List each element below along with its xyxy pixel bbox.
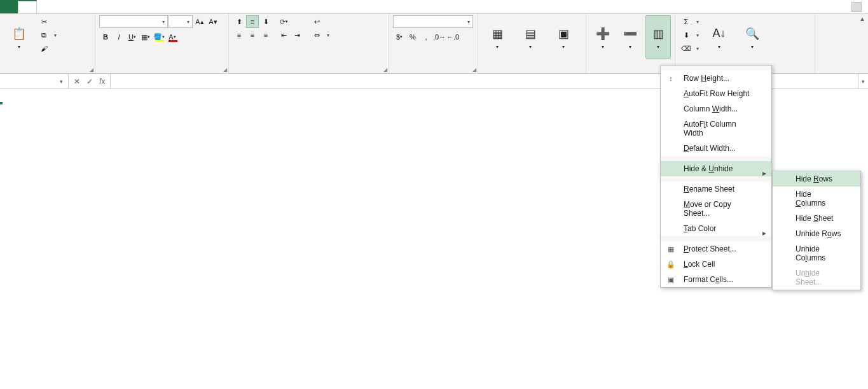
menu-section-visibility <box>661 156 771 161</box>
align-left-icon[interactable]: ≡ <box>233 29 245 41</box>
tab-page-layout[interactable] <box>55 0 72 13</box>
font-size-combo[interactable] <box>169 15 193 28</box>
cut-button[interactable]: ✂ <box>37 15 59 28</box>
wrap-text-icon: ↩ <box>312 17 321 26</box>
menu-section-cell-size <box>661 66 771 71</box>
merge-center-button[interactable]: ⇔ <box>310 29 332 41</box>
tab-bar <box>0 0 868 14</box>
decrease-font-icon[interactable]: A▾ <box>207 15 219 28</box>
borders-button[interactable]: ▦▾ <box>139 31 152 43</box>
accounting-format-icon[interactable]: $▾ <box>393 31 406 43</box>
menu-autofit-column-width[interactable]: AutoFit Column Width <box>661 117 771 141</box>
delete-cells-icon: ➖ <box>621 25 639 43</box>
underline-button[interactable]: U▾ <box>126 31 139 43</box>
tab-formulas[interactable] <box>72 0 90 13</box>
clear-button[interactable]: ⌫ <box>679 42 701 55</box>
increase-decimal-icon[interactable]: .0→ <box>433 31 446 43</box>
autosum-button[interactable]: Σ <box>679 15 701 28</box>
menu-row-height[interactable]: ↕Row Height... <box>661 71 771 86</box>
fill-button[interactable]: ⬇ <box>679 29 701 41</box>
cancel-formula-icon[interactable]: ✕ <box>74 77 80 86</box>
orientation-icon[interactable]: ⟳▾ <box>277 15 290 28</box>
submenu-hide-columns[interactable]: Hide Columns <box>773 187 860 211</box>
bold-button[interactable]: B <box>99 31 112 43</box>
cell-styles-icon: ▣ <box>555 25 572 43</box>
wrap-text-button[interactable]: ↩ <box>310 15 332 28</box>
submenu-unhide-rows[interactable]: Unhide Rows <box>773 226 860 241</box>
sort-filter-button[interactable]: A↓▾ <box>704 15 734 59</box>
menu-format-cells[interactable]: ▣Format Cells... <box>661 272 771 287</box>
find-select-button[interactable]: 🔍▾ <box>737 15 768 59</box>
format-as-table-icon: ▤ <box>521 25 539 43</box>
fill-icon: ⬇ <box>682 31 691 39</box>
align-center-icon[interactable]: ≡ <box>246 29 259 41</box>
tab-insert[interactable] <box>37 0 55 13</box>
menu-move-copy-sheet[interactable]: Move or Copy Sheet... <box>661 197 771 221</box>
number-launcher-icon[interactable]: ◢ <box>472 67 476 73</box>
menu-tab-color[interactable]: Tab Color <box>661 221 771 236</box>
format-cells-button[interactable]: ▥▾ <box>645 15 671 59</box>
group-cells-label <box>590 72 671 73</box>
paste-button[interactable]: 📋 ▾ <box>4 15 34 59</box>
comma-format-icon[interactable]: , <box>420 31 432 43</box>
sign-in[interactable] <box>841 0 868 13</box>
hide-unhide-submenu: Hide Rows Hide Columns Hide Sheet Unhide… <box>772 171 861 290</box>
menu-column-width[interactable]: Column Width... <box>661 101 771 117</box>
clipboard-launcher-icon[interactable]: ◢ <box>90 67 93 73</box>
ribbon-collapse-icon[interactable]: ▲ <box>859 15 865 22</box>
format-painter-icon: 🖌 <box>39 44 48 53</box>
name-box-input[interactable] <box>0 77 56 86</box>
align-top-icon[interactable]: ⬆ <box>233 15 245 28</box>
font-color-button[interactable]: A▾ <box>166 31 179 43</box>
conditional-formatting-button[interactable]: ▦▾ <box>482 15 513 59</box>
paste-icon: 📋 <box>10 25 28 43</box>
menu-lock-cell[interactable]: 🔒Lock Cell <box>661 257 771 272</box>
formula-bar-expand-icon[interactable]: ▾ <box>858 74 868 88</box>
align-right-icon[interactable]: ≡ <box>259 29 272 41</box>
protect-sheet-icon: ▦ <box>666 244 676 254</box>
tab-file[interactable] <box>0 0 18 13</box>
submenu-hide-rows[interactable]: Hide Rows <box>773 171 860 187</box>
align-bottom-icon[interactable]: ⬇ <box>259 15 272 28</box>
merge-icon: ⇔ <box>312 31 321 39</box>
group-alignment-label <box>233 72 385 73</box>
menu-protect-sheet[interactable]: ▦Protect Sheet... <box>661 241 771 257</box>
submenu-hide-sheet[interactable]: Hide Sheet <box>773 211 860 226</box>
tab-data[interactable] <box>90 0 108 13</box>
alignment-launcher-icon[interactable]: ◢ <box>383 67 387 73</box>
decrease-indent-icon[interactable]: ⇤ <box>277 29 290 41</box>
increase-font-icon[interactable]: A▴ <box>193 15 206 28</box>
fill-color-button[interactable]: 🪣▾ <box>153 31 165 43</box>
font-launcher-icon[interactable]: ◢ <box>223 67 227 73</box>
submenu-unhide-sheet[interactable]: Unhide Sheet... <box>773 265 860 290</box>
format-as-table-button[interactable]: ▤▾ <box>515 15 546 59</box>
name-box-dropdown-icon[interactable]: ▾ <box>56 78 67 85</box>
align-middle-icon[interactable]: ≡ <box>246 15 259 28</box>
cell-styles-button[interactable]: ▣▾ <box>548 15 579 59</box>
group-font-label <box>99 72 224 73</box>
enter-formula-icon[interactable]: ✓ <box>86 77 93 86</box>
font-name-combo[interactable] <box>99 15 168 28</box>
insert-cells-button[interactable]: ➕▾ <box>590 15 616 59</box>
cut-icon: ✂ <box>39 17 48 26</box>
fx-icon[interactable]: fx <box>99 77 105 86</box>
menu-default-width[interactable]: Default Width... <box>661 141 771 156</box>
copy-button[interactable]: ⧉ <box>37 29 59 41</box>
tab-home[interactable] <box>18 0 37 13</box>
delete-cells-button[interactable]: ➖▾ <box>618 15 644 59</box>
percent-format-icon[interactable]: % <box>406 31 419 43</box>
menu-autofit-row-height[interactable]: AutoFit Row Height <box>661 86 771 101</box>
menu-rename-sheet[interactable]: Rename Sheet <box>661 181 771 197</box>
tab-review[interactable] <box>108 0 126 13</box>
menu-hide-unhide[interactable]: Hide & Unhide <box>661 161 771 176</box>
decrease-decimal-icon[interactable]: ←.0 <box>446 31 459 43</box>
number-format-combo[interactable] <box>393 15 473 28</box>
autosum-icon: Σ <box>682 17 691 26</box>
submenu-unhide-columns[interactable]: Unhide Columns <box>773 241 860 265</box>
format-painter-button[interactable]: 🖌 <box>37 42 59 55</box>
increase-indent-icon[interactable]: ⇥ <box>291 29 303 41</box>
name-box[interactable]: ▾ <box>0 74 69 88</box>
italic-button[interactable]: I <box>113 31 125 43</box>
clear-icon: ⌫ <box>682 44 691 53</box>
tab-view[interactable] <box>126 0 144 13</box>
